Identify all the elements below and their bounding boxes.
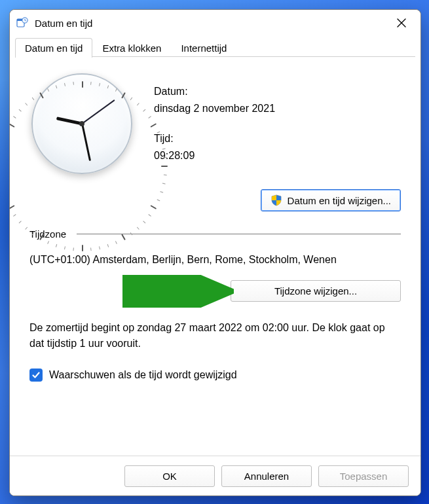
button-label: Toepassen <box>340 471 388 482</box>
tab-content: Datum: dinsdag 2 november 2021 Tijd: 09:… <box>10 57 420 456</box>
button-label: Annuleren <box>244 471 289 482</box>
button-label: OK <box>162 471 177 482</box>
ok-button[interactable]: OK <box>124 465 215 487</box>
divider <box>77 234 401 234</box>
titlebar: Datum en tijd <box>10 10 420 36</box>
date-time-icon <box>16 17 28 29</box>
change-date-time-button[interactable]: Datum en tijd wijzigen... <box>261 189 401 211</box>
uac-shield-icon <box>270 194 282 206</box>
tab-extra-clocks[interactable]: Extra klokken <box>92 38 171 58</box>
dst-info-text: De zomertijd begint op zondag 27 maart 2… <box>29 320 401 351</box>
close-button[interactable] <box>386 12 417 33</box>
timezone-heading: Tijdzone <box>29 228 401 240</box>
analog-clock <box>29 71 134 176</box>
notify-checkbox[interactable]: Waarschuwen als de tijd wordt gewijzigd <box>29 369 401 382</box>
date-time-dialog: Datum en tijd Datum en tijd Extra klokke… <box>9 9 421 496</box>
window-title: Datum en tijd <box>32 18 386 29</box>
time-value: 09:28:09 <box>154 150 275 162</box>
cancel-button[interactable]: Annuleren <box>221 465 312 487</box>
date-time-info: Datum: dinsdag 2 november 2021 Tijd: 09:… <box>154 71 275 176</box>
tab-label: Extra klokken <box>102 43 161 54</box>
date-value: dinsdag 2 november 2021 <box>154 103 275 115</box>
tab-label: Datum en tijd <box>25 43 83 54</box>
desktop-background: Datum en tijd Datum en tijd Extra klokke… <box>0 0 429 504</box>
change-timezone-button[interactable]: Tijdzone wijzigen... <box>231 280 401 302</box>
button-label: Datum en tijd wijzigen... <box>288 195 391 206</box>
tab-date-time[interactable]: Datum en tijd <box>15 38 92 58</box>
checkbox-checked-icon <box>29 369 43 382</box>
tab-label: Internettijd <box>181 43 227 54</box>
tab-internet-time[interactable]: Internettijd <box>171 38 236 58</box>
apply-button[interactable]: Toepassen <box>318 465 409 487</box>
dialog-button-bar: OK Annuleren Toepassen <box>10 456 420 495</box>
time-label: Tijd: <box>154 133 275 145</box>
date-label: Datum: <box>154 86 275 98</box>
annotation-arrow-icon <box>122 275 234 308</box>
tabs: Datum en tijd Extra klokken Internettijd <box>10 36 420 57</box>
checkbox-label: Waarschuwen als de tijd wordt gewijzigd <box>49 369 237 381</box>
timezone-heading-text: Tijdzone <box>29 228 66 240</box>
button-label: Tijdzone wijzigen... <box>274 285 357 297</box>
timezone-value: (UTC+01:00) Amsterdam, Berlijn, Bern, Ro… <box>29 254 401 266</box>
